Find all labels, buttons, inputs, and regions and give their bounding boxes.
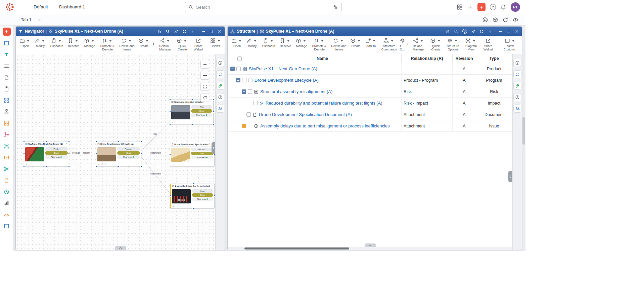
- horizontal-scrollbar[interactable]: [228, 247, 512, 250]
- sidebar-history-icon[interactable]: [3, 188, 11, 196]
- toolbar-button-open[interactable]: Open: [230, 37, 244, 48]
- toolbar-button-clipboard[interactable]: Clipboard: [260, 37, 277, 48]
- close-icon[interactable]: [515, 29, 519, 34]
- select-all-checkbox[interactable]: [237, 56, 242, 61]
- minimize-icon[interactable]: [499, 31, 502, 32]
- sidebar-list-icon[interactable]: [3, 62, 11, 70]
- sidebar-branch-icon[interactable]: [3, 130, 11, 139]
- feedback-smiley-icon[interactable]: [482, 17, 488, 23]
- search-input[interactable]: [196, 5, 330, 10]
- maximize-icon[interactable]: [210, 30, 213, 33]
- toolbar-button-manage[interactable]: Manage: [293, 37, 310, 48]
- sidebar-document-icon[interactable]: [3, 73, 11, 81]
- card-kebab-icon[interactable]: [138, 143, 140, 145]
- add-tab-icon[interactable]: [37, 18, 41, 22]
- zoom-out-button[interactable]: [200, 71, 209, 80]
- item-link[interactable]: Reduced durability and potential failure…: [266, 101, 382, 106]
- team-icon[interactable]: [216, 105, 224, 113]
- app-logo-icon[interactable]: [5, 2, 15, 12]
- toolbar-button-share-widget[interactable]: Share Widget: [190, 37, 206, 51]
- card-kebab-icon[interactable]: [65, 143, 68, 145]
- column-header-name[interactable]: Name: [243, 56, 401, 61]
- toolbar-button-modify[interactable]: Modify: [33, 37, 48, 48]
- structure-titlebar[interactable]: Structure | SkyPulse X1 – Next-Gen Drone…: [228, 27, 522, 36]
- search-settings-icon[interactable]: [333, 4, 338, 10]
- table-row[interactable]: Reduced durability and potential failure…: [228, 98, 512, 109]
- sidebar-add-button[interactable]: [3, 28, 11, 36]
- toolbar-button-promote-demote[interactable]: Promote & Demote: [98, 37, 117, 51]
- toolbar-button-revise-iterate[interactable]: Revise and Iterate: [329, 37, 349, 51]
- sidebar-funnel-icon[interactable]: [3, 50, 11, 59]
- reset-view-button[interactable]: [200, 93, 209, 102]
- navigator-canvas[interactable]: Product - Program Attachment Risk Attach…: [16, 54, 215, 250]
- row-checkbox[interactable]: [248, 124, 252, 128]
- visibility-eye-icon[interactable]: [512, 17, 518, 23]
- dashboard-tab[interactable]: Dashboard 1: [59, 4, 85, 9]
- toolbar-button-quick-create[interactable]: Quick Create: [428, 37, 444, 51]
- toolbar-button-structure-options[interactable]: Structure Options: [444, 37, 462, 51]
- sidebar-panels-icon[interactable]: [3, 39, 11, 47]
- panel-help-icon[interactable]: [462, 29, 467, 34]
- collapse-expander[interactable]: [242, 89, 246, 94]
- sidebar-split-icon[interactable]: [3, 165, 11, 173]
- toolbar-button-create[interactable]: Create: [137, 37, 151, 48]
- item-link[interactable]: Assembly delays due to part misalignment…: [260, 123, 390, 128]
- item-link[interactable]: Drone Development Lifecycle (A): [255, 78, 319, 83]
- canvas-node-assembly-delays[interactable]: Assembly delays due to part misalignme..…: [170, 184, 215, 208]
- link-icon[interactable]: [216, 82, 224, 90]
- zoom-in-button[interactable]: [200, 60, 209, 69]
- item-link[interactable]: Structural assembly misalignment (A): [260, 89, 332, 94]
- apps-grid-icon[interactable]: [457, 4, 463, 10]
- navigator-titlebar[interactable]: Navigator | SkyPulse X1 – Next-Gen Drone…: [16, 27, 225, 36]
- table-row[interactable]: Drone Development Specification Document…: [228, 109, 512, 120]
- package-icon[interactable]: [492, 17, 498, 23]
- canvas-node-structural-misalignment[interactable]: Structural assembly misalig... Risk Draf…: [170, 100, 214, 124]
- window-scrollbar-thumb[interactable]: [522, 117, 525, 145]
- toolbar-overflow-chevron-icon[interactable]: [151, 37, 156, 51]
- refresh-icon[interactable]: [502, 17, 508, 23]
- row-checkbox[interactable]: [242, 78, 246, 82]
- toolbar-button-create[interactable]: Create: [349, 37, 363, 48]
- default-menu[interactable]: Default: [34, 4, 48, 9]
- table-row[interactable]: SkyPulse X1 – Next-Gen Drone (A) A Produ…: [228, 63, 512, 75]
- minimize-icon[interactable]: [202, 31, 205, 32]
- maximize-icon[interactable]: [507, 30, 510, 33]
- lock-icon[interactable]: [157, 29, 162, 34]
- more-options-kebab-icon[interactable]: [488, 29, 492, 34]
- close-icon[interactable]: [218, 29, 222, 34]
- quick-add-button[interactable]: [477, 3, 486, 11]
- table-row[interactable]: Structural assembly misalignment (A) Ris…: [228, 86, 512, 98]
- sidebar-document-alt-icon[interactable]: [3, 176, 11, 184]
- toolbar-button-diagram-view[interactable]: Diagram View: [462, 37, 480, 51]
- copy-link-icon[interactable]: [174, 29, 178, 34]
- toolbar-button-manage[interactable]: Manage: [82, 37, 98, 48]
- panel-search-icon[interactable]: [454, 29, 458, 34]
- table-row[interactable]: Drone Development Lifecycle (A) Product …: [228, 75, 512, 86]
- scrollbar-thumb[interactable]: [244, 247, 349, 250]
- panel-search-icon[interactable]: [166, 29, 170, 34]
- toolbar-button-modify[interactable]: Modify: [244, 37, 260, 48]
- panel-refresh-icon[interactable]: [479, 29, 484, 34]
- toolbar-button-structure-commands[interactable]: Structure Commands: [379, 37, 400, 51]
- column-header-type[interactable]: Type: [476, 54, 512, 63]
- collapse-expander[interactable]: [236, 78, 240, 82]
- toolbar-button-quick-create[interactable]: Quick Create: [174, 37, 190, 51]
- toolbar-button-add-to[interactable]: Add To: [363, 37, 379, 48]
- table-row[interactable]: Assembly delays due to part misalignment…: [228, 120, 512, 132]
- more-options-kebab-icon[interactable]: [191, 29, 195, 34]
- collapse-bottom-handle[interactable]: [365, 243, 376, 247]
- sidebar-gauge-icon[interactable]: [3, 210, 11, 219]
- expand-expander[interactable]: [242, 124, 246, 128]
- collapse-side-handle[interactable]: [508, 171, 512, 182]
- user-avatar[interactable]: PT: [511, 2, 520, 12]
- help-icon[interactable]: [490, 4, 496, 10]
- copy-link-icon[interactable]: [471, 29, 475, 34]
- link-icon[interactable]: [513, 82, 521, 90]
- toolbar-button-relationship-manager[interactable]: Relatio... Manager: [156, 37, 174, 51]
- canvas-node-skypulse[interactable]: SkyPulse X1 – Next-Gen Drone (A) Prod...…: [24, 142, 69, 166]
- collapse-bottom-handle[interactable]: [115, 246, 126, 250]
- toolbar-button-promote-demote[interactable]: Promote & Demote: [310, 37, 329, 51]
- notifications-bell-icon[interactable]: [500, 4, 506, 10]
- sidebar-network-icon[interactable]: [3, 142, 11, 150]
- item-link[interactable]: SkyPulse X1 – Next-Gen Drone (A): [249, 66, 317, 71]
